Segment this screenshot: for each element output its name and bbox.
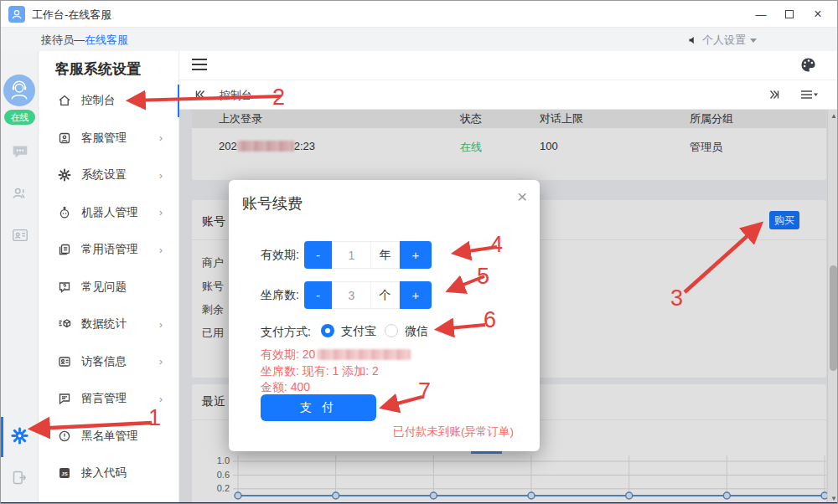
left-rail: 在线	[1, 51, 39, 504]
maximize-icon	[785, 10, 794, 18]
sidebar-item-label: 机器人管理	[81, 205, 138, 220]
validity-plus-button[interactable]: +	[400, 241, 432, 269]
svg-text:JS: JS	[61, 471, 67, 476]
chart-legend-marker	[471, 451, 502, 454]
receptionist-text: 接待员—	[41, 33, 85, 46]
seats-value[interactable]: 3	[332, 281, 370, 309]
radio-unselected-icon	[385, 324, 398, 337]
pay-button[interactable]: 支 付	[261, 394, 376, 421]
exclamation-circle-icon	[57, 429, 71, 443]
sidebar-item-label: 黑名单管理	[81, 429, 138, 444]
minimize-button[interactable]: —	[747, 1, 775, 28]
main-toolbar	[179, 51, 838, 80]
validity-value[interactable]: 1	[332, 241, 370, 269]
stats-icon	[57, 317, 71, 332]
chevron-right-icon: ›	[159, 206, 163, 219]
app-window: 工作台-在线客服 — × 接待员—在线客服 个人设置 在线	[0, 0, 838, 504]
avatar[interactable]	[3, 75, 35, 106]
alipay-label: 支付宝	[341, 324, 376, 337]
payment-method-label: 支付方式:	[261, 325, 311, 340]
app-icon	[8, 6, 25, 23]
scroll-tabs-right-icon[interactable]	[768, 88, 781, 105]
chevron-right-icon: ›	[159, 131, 163, 144]
step-number-1: 1	[148, 405, 161, 431]
message-icon	[57, 392, 71, 406]
tab-menu-icon[interactable]	[799, 88, 818, 105]
sidebar-title: 客服系统设置	[55, 59, 141, 79]
abnormal-order-link[interactable]: 已付款未到账(异常订单)	[393, 424, 514, 440]
sidebar-item-system-settings[interactable]: 系统设置 ›	[39, 157, 179, 194]
dialog-title: 账号续费	[242, 193, 303, 213]
faq-bubble-icon	[57, 280, 71, 294]
js-code-icon: JS	[57, 466, 71, 481]
sidebar-item-label: 数据统计	[81, 316, 127, 332]
step-number-3: 3	[670, 285, 683, 311]
sidebar-item-label: 控制台	[81, 93, 116, 108]
chevron-right-icon: ›	[159, 393, 163, 405]
redacted-expiry-date	[317, 349, 411, 360]
sidebar-item-visitor-info[interactable]: 访客信息 ›	[39, 343, 179, 381]
maximize-button[interactable]	[775, 1, 804, 28]
validity-minus-button[interactable]: -	[304, 241, 332, 269]
tab-console[interactable]: 控制台	[220, 88, 252, 103]
seats-plus-button[interactable]: +	[400, 281, 432, 309]
receptionist-label: 接待员—在线客服	[41, 33, 128, 48]
sidebar-item-faq[interactable]: 常见问题	[39, 269, 179, 306]
personal-settings-menu[interactable]: 个人设置	[688, 33, 757, 48]
summary-validity: 有效期: 20	[261, 347, 411, 363]
step-number-4: 4	[490, 232, 503, 258]
robot-icon	[57, 205, 71, 219]
caret-down-icon	[750, 39, 757, 43]
scroll-tabs-left-icon[interactable]	[194, 88, 207, 105]
speaker-icon	[688, 35, 698, 45]
sidebar-item-label: 接入代码	[81, 465, 127, 481]
id-card-icon[interactable]	[10, 225, 29, 244]
sub-bar: 接待员—在线客服 个人设置	[1, 28, 838, 51]
online-service-link[interactable]: 在线客服	[85, 33, 128, 46]
contacts-icon[interactable]	[10, 183, 29, 203]
step-number-6: 6	[484, 307, 496, 333]
seats-label: 坐席数:	[261, 288, 299, 303]
logout-icon[interactable]	[10, 468, 29, 487]
sidebar-item-common-phrases[interactable]: 常用语管理 ›	[39, 231, 179, 269]
wechat-label: 微信	[405, 324, 428, 337]
chevron-right-icon: ›	[159, 244, 163, 256]
sidebar-item-label: 系统设置	[81, 167, 127, 183]
rail-active-indicator	[1, 417, 3, 457]
validity-unit: 年	[370, 241, 400, 269]
collapse-sidebar-icon[interactable]	[192, 59, 209, 70]
title-bar: 工作台-在线客服 — ×	[1, 1, 838, 28]
chevron-right-icon: ›	[159, 169, 163, 182]
chat-icon[interactable]	[10, 141, 29, 161]
sidebar-item-access-code[interactable]: JS 接入代码	[39, 455, 179, 492]
sidebar-item-agent-management[interactable]: 客服管理 ›	[39, 120, 179, 157]
visitor-card-icon	[57, 354, 71, 368]
sidebar-item-robot-management[interactable]: 机器人管理 ›	[39, 194, 179, 232]
status-badge: 在线	[4, 110, 35, 125]
sidebar-item-data-statistics[interactable]: 数据统计 ›	[39, 306, 179, 343]
theme-palette-icon[interactable]	[800, 57, 816, 76]
step-number-2: 2	[272, 85, 285, 111]
close-button[interactable]: ×	[804, 1, 832, 28]
sidebar-item-label: 客服管理	[81, 131, 127, 146]
seats-minus-button[interactable]: -	[304, 281, 332, 309]
alipay-radio[interactable]: 支付宝	[321, 323, 376, 339]
sidebar: 客服系统设置 控制台 客服管理 › 系统设置 › 机器人管理 ›	[39, 51, 179, 504]
chevron-right-icon: ›	[159, 318, 163, 331]
window-title: 工作台-在线客服	[32, 8, 111, 23]
chevron-right-icon: ›	[159, 355, 163, 368]
sidebar-item-console[interactable]: 控制台	[39, 82, 179, 120]
sidebar-item-label: 常用语管理	[81, 242, 138, 257]
phrases-icon	[57, 243, 71, 257]
sidebar-item-label: 留言管理	[81, 391, 127, 406]
sidebar-item-label: 访客信息	[81, 354, 127, 369]
summary-validity-text: 有效期: 20	[261, 347, 315, 361]
summary-seats: 坐席数: 现有: 1 添加: 2	[261, 364, 379, 379]
seats-unit: 个	[370, 281, 400, 309]
seats-stepper: - 3 个 +	[304, 281, 432, 309]
wechat-radio[interactable]: 微信	[385, 323, 428, 339]
dialog-close-icon[interactable]: ×	[517, 187, 527, 207]
home-icon	[57, 94, 71, 108]
personal-settings-label: 个人设置	[702, 33, 746, 48]
settings-gear-icon[interactable]	[10, 426, 29, 445]
